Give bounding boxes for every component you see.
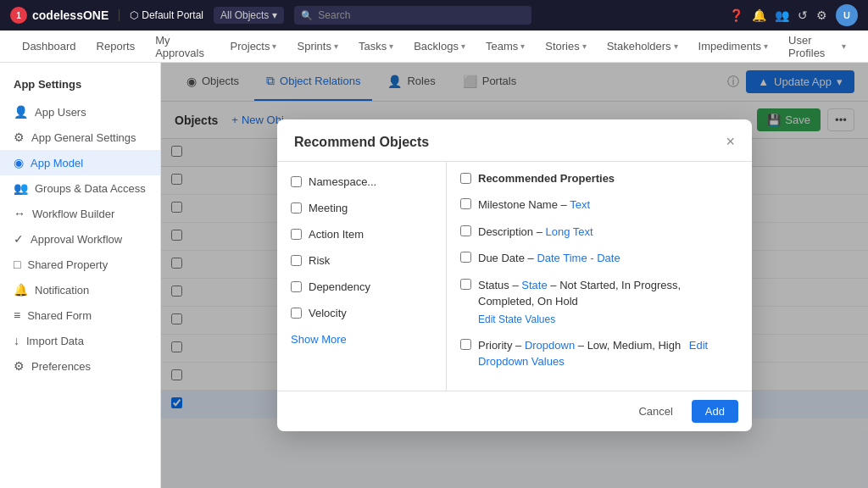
model-icon: ◉ [14,156,24,169]
nav-item-tasks[interactable]: Tasks ▾ [350,35,402,58]
object-label-velocity: Velocity [309,307,347,319]
left-panel: Namespace... Meeting Action Item Ri [277,162,447,391]
modal-footer: Cancel Add [277,391,752,431]
chevron-down-icon: ▾ [334,42,338,51]
sidebar-item-import-data[interactable]: ↓ Import Data [0,328,160,353]
sidebar-item-preferences[interactable]: ⚙ Preferences [0,353,160,379]
nav-item-stories[interactable]: Stories ▾ [537,35,594,58]
dependency-checkbox[interactable] [291,281,302,292]
description-checkbox[interactable] [460,225,471,236]
object-item-namespace[interactable]: Namespace... [277,169,446,195]
pref-icon: ⚙ [14,359,25,373]
nav-item-backlogs[interactable]: Backlogs ▾ [405,35,474,58]
users-icon[interactable]: 👥 [775,8,789,22]
object-item-meeting[interactable]: Meeting [277,195,446,221]
portal-label: Default Portal [142,9,203,21]
nav-item-impediments[interactable]: Impediments ▾ [690,35,776,58]
chevron-down-icon: ▾ [674,42,678,51]
object-label-meeting: Meeting [309,202,348,214]
nav-item-userprofiles[interactable]: User Profiles ▾ [780,29,854,64]
chevron-down-icon: ▾ [389,42,393,51]
sidebar-label-app-users: App Users [35,106,86,119]
property-icon: □ [14,258,20,271]
all-objects-button[interactable]: All Objects ▾ [214,7,284,24]
sidebar-label-approval-workflow: Approval Workflow [31,233,122,246]
description-type-link[interactable]: Long Text [545,225,593,238]
chevron-down-icon: ▾ [461,42,465,51]
meeting-checkbox[interactable] [291,202,302,214]
due-date-text: Due Date – Date Time - Date [478,250,620,267]
sidebar-item-workflow-builder[interactable]: ↔ Workflow Builder [0,201,160,226]
sidebar-item-general-settings[interactable]: ⚙ App General Settings [0,125,160,150]
risk-checkbox[interactable] [291,255,302,266]
due-date-checkbox[interactable] [460,252,471,263]
chevron-down-icon: ▾ [582,42,587,51]
edit-state-values-link[interactable]: Edit State Values [478,312,738,327]
milestone-name-checkbox[interactable] [460,198,471,209]
nav-item-approvals[interactable]: My Approvals [147,29,218,64]
search-container: 🔍 [294,6,531,25]
sidebar-label-shared-form: Shared Form [27,309,92,322]
modal-header: Recommend Objects × [277,119,752,162]
add-button[interactable]: Add [692,400,738,423]
action-item-checkbox[interactable] [291,229,302,240]
content-area: ◉ Objects ⧉ Object Relations 👤 Roles ⬜ P… [161,63,868,488]
settings-icon[interactable]: ⚙ [816,8,827,22]
notifications-icon[interactable]: 🔔 [752,8,766,22]
sidebar-label-notification: Notification [35,284,89,297]
top-bar-actions: ❓ 🔔 👥 ↺ ⚙ U [729,4,858,26]
object-label-namespace: Namespace... [309,175,376,188]
nav-item-dashboard[interactable]: Dashboard [14,35,85,58]
sidebar-label-groups: Groups & Data Access [35,182,146,195]
avatar[interactable]: U [836,4,858,26]
property-item-description: Description – Long Text [460,224,738,241]
user-icon: 👤 [14,105,28,119]
sidebar-item-shared-form[interactable]: ≡ Shared Form [0,302,160,328]
help-icon[interactable]: ❓ [729,8,743,22]
history-icon[interactable]: ↺ [798,8,808,22]
object-item-dependency[interactable]: Dependency [277,274,446,300]
nav-item-reports[interactable]: Reports [88,35,144,58]
cancel-button[interactable]: Cancel [628,400,682,423]
recommended-all-checkbox[interactable] [460,173,471,184]
milestone-name-type-link[interactable]: Text [570,198,590,211]
object-label-dependency: Dependency [309,280,370,293]
sidebar-item-groups[interactable]: 👥 Groups & Data Access [0,175,160,201]
object-label-action-item: Action Item [309,228,364,241]
search-input[interactable] [294,6,531,25]
priority-type-link[interactable]: Dropdown [525,339,575,352]
status-checkbox[interactable] [460,279,471,290]
property-item-status: Status – State – Not Started, In Progres… [460,277,738,327]
property-item-due-date: Due Date – Date Time - Date [460,250,738,267]
status-type-link[interactable]: State [521,279,547,291]
search-icon: 🔍 [301,10,313,21]
sidebar-item-shared-property[interactable]: □ Shared Property [0,252,160,277]
object-item-action-item[interactable]: Action Item [277,221,446,247]
edit-dropdown-values-link[interactable]: Edit Dropdown Values [478,339,708,369]
velocity-checkbox[interactable] [291,308,302,319]
recommended-properties-label: Recommended Properties [478,172,615,185]
object-item-velocity[interactable]: Velocity [277,300,446,326]
nav-item-sprints[interactable]: Sprints ▾ [288,35,346,58]
nav-item-teams[interactable]: Teams ▾ [477,35,533,58]
namespace-checkbox[interactable] [291,176,302,187]
object-label-risk: Risk [309,254,330,267]
object-item-risk[interactable]: Risk [277,247,446,274]
sidebar-item-app-users[interactable]: 👤 App Users [0,99,160,125]
show-more-link[interactable]: Show More [277,326,446,352]
portal-selector[interactable]: ⬡ Default Portal [119,9,203,21]
form-icon: ≡ [14,308,20,322]
sidebar-item-approval-workflow[interactable]: ✓ Approval Workflow [0,226,160,252]
nav-item-projects[interactable]: Projects ▾ [222,35,286,58]
priority-text: Priority – Dropdown – Low, Medium, High … [478,337,738,370]
sidebar-item-notification[interactable]: 🔔 Notification [0,277,160,302]
import-icon: ↓ [14,334,19,347]
sidebar-item-app-model[interactable]: ◉ App Model [0,150,160,175]
sidebar-label-general-settings: App General Settings [31,131,136,144]
modal-close-button[interactable]: × [726,133,735,151]
due-date-type-link[interactable]: Date Time - Date [537,252,620,264]
nav-item-stakeholders[interactable]: Stakeholders ▾ [598,35,687,58]
priority-checkbox[interactable] [460,339,471,350]
main-layout: App Settings 👤 App Users ⚙ App General S… [0,63,868,488]
brand-icon: 1 [10,7,27,24]
